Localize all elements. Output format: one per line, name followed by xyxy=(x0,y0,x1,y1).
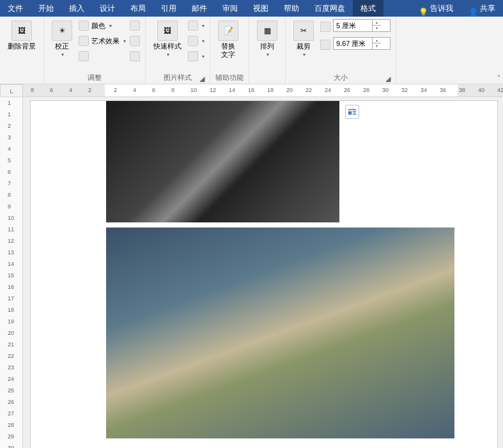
ruler-tick: 24 xyxy=(325,87,331,93)
color-button[interactable]: 颜色 xyxy=(79,19,126,32)
ruler-tick: 6 xyxy=(8,169,11,175)
ruler-corner: L xyxy=(0,84,23,97)
ruler-tick: 25 xyxy=(8,387,14,394)
tab-format[interactable]: 格式 xyxy=(353,0,383,17)
ruler-tick: 3 xyxy=(8,134,11,141)
picture-border-icon xyxy=(188,20,198,31)
ruler-tick: 26 xyxy=(344,87,350,93)
layout-options-icon xyxy=(348,107,357,116)
tab-baidu[interactable]: 百度网盘 xyxy=(307,0,353,17)
ruler-tick: 20 xyxy=(286,87,293,93)
tell-me[interactable]: 💡告诉我 xyxy=(411,0,461,17)
arrange-button[interactable]: ▦ 排列 xyxy=(254,19,280,59)
collapse-ribbon[interactable]: ˄ xyxy=(497,74,500,81)
corrections-button[interactable]: ☀ 校正 xyxy=(49,19,75,59)
transparency-button[interactable] xyxy=(79,50,126,63)
tab-design[interactable]: 设计 xyxy=(92,0,123,17)
ruler-tick: 14 xyxy=(229,87,235,93)
menu-bar: 文件 开始 插入 设计 布局 引用 邮件 审阅 视图 帮助 百度网盘 格式 💡告… xyxy=(0,0,503,17)
ruler-tick: 8 xyxy=(8,192,11,198)
tab-insert[interactable]: 插入 xyxy=(61,0,92,17)
group-arrange: ▦ 排列 xyxy=(249,17,286,84)
ruler-tick: 13 xyxy=(8,249,14,256)
horizontal-ruler[interactable]: 8642246810121416182022242628303234363840… xyxy=(23,84,503,97)
ruler-tick: 21 xyxy=(8,341,14,348)
crop-button[interactable]: ✂ 裁剪 xyxy=(291,19,316,59)
compress-button[interactable] xyxy=(130,19,140,32)
ruler-tick: 10 xyxy=(190,87,197,93)
reset-picture-icon xyxy=(130,51,140,61)
ruler-tick: 9 xyxy=(8,203,11,210)
width-up[interactable]: ▴ xyxy=(373,38,381,43)
width-input[interactable] xyxy=(334,40,372,47)
quick-styles-button[interactable]: 🖼 快速样式 xyxy=(151,19,184,59)
arrange-icon: ▦ xyxy=(257,20,277,41)
reset-picture-button[interactable] xyxy=(130,50,140,63)
svg-rect-1 xyxy=(348,111,352,114)
compress-icon xyxy=(130,20,140,31)
remove-bg-label: 删除背景 xyxy=(8,42,36,50)
ribbon: 🖼 删除背景 ☀ 校正 颜色 艺术效果 调整 xyxy=(0,17,503,84)
ruler-tick: 10 xyxy=(8,215,14,221)
ruler-tick: 28 xyxy=(363,87,369,93)
tab-home[interactable]: 开始 xyxy=(31,0,61,17)
ruler-tick: 2 xyxy=(88,87,91,93)
group-size-label: 大小◢ xyxy=(291,72,391,82)
color-label: 颜色 xyxy=(91,21,105,31)
remove-bg-icon: 🖼 xyxy=(12,20,32,41)
ruler-tick: 26 xyxy=(8,399,14,405)
lightbulb-icon: 💡 xyxy=(419,4,428,13)
vertical-ruler[interactable]: 1123456789101112131415161718192021222324… xyxy=(0,97,23,448)
remove-background-button[interactable]: 🖼 删除背景 xyxy=(5,19,38,52)
width-down[interactable]: ▾ xyxy=(373,43,381,49)
tab-review[interactable]: 审阅 xyxy=(215,0,245,17)
tab-references[interactable]: 引用 xyxy=(153,0,184,17)
artistic-label: 艺术效果 xyxy=(91,36,120,46)
height-input[interactable] xyxy=(334,22,372,29)
ruler-tick: 19 xyxy=(8,318,14,325)
tab-file[interactable]: 文件 xyxy=(0,0,31,17)
tab-layout[interactable]: 布局 xyxy=(123,0,153,17)
ruler-tick: 2 xyxy=(114,87,117,93)
group-label-empty xyxy=(5,73,38,82)
page xyxy=(31,101,497,448)
height-down[interactable]: ▾ xyxy=(373,26,381,31)
ruler-tick: 4 xyxy=(133,87,136,93)
artistic-effects-button[interactable]: 艺术效果 xyxy=(79,35,126,47)
picture-effects-button[interactable] xyxy=(188,35,205,47)
tell-me-label: 告诉我 xyxy=(430,0,453,17)
change-picture-button[interactable] xyxy=(130,35,140,47)
image-1[interactable] xyxy=(106,101,339,222)
ruler-tick: 29 xyxy=(8,433,14,440)
svg-rect-3 xyxy=(353,114,356,115)
picture-layout-button[interactable] xyxy=(188,50,205,63)
size-launcher[interactable]: ◢ xyxy=(384,75,392,82)
picture-styles-launcher[interactable]: ◢ xyxy=(198,75,206,82)
quick-styles-label: 快速样式 xyxy=(153,42,182,50)
tab-view[interactable]: 视图 xyxy=(245,0,276,17)
share-button[interactable]: 👤共享 xyxy=(461,0,503,17)
width-spinner[interactable]: ▴▾ xyxy=(333,37,391,50)
svg-rect-2 xyxy=(353,111,356,112)
picture-border-button[interactable] xyxy=(188,19,205,32)
crop-icon: ✂ xyxy=(293,20,314,41)
image-2[interactable] xyxy=(106,228,454,438)
arrange-label: 排列 xyxy=(260,42,274,50)
picture-layout-icon xyxy=(188,51,198,61)
ruler-tick: 1 xyxy=(8,100,11,106)
corrections-label: 校正 xyxy=(55,42,69,50)
alt-text-button[interactable]: 📝 替换 文字 xyxy=(215,19,241,60)
page-viewport[interactable] xyxy=(23,97,503,448)
height-spinner[interactable]: ▴▾ xyxy=(333,19,391,32)
ruler-area: L 86422468101214161820222426283032343638… xyxy=(0,84,503,97)
layout-options-handle[interactable] xyxy=(345,105,359,119)
ruler-tick: 14 xyxy=(8,261,14,267)
ruler-tick: 4 xyxy=(69,87,72,93)
tab-help[interactable]: 帮助 xyxy=(276,0,307,17)
ruler-tick: 18 xyxy=(8,307,14,313)
ruler-tick: 11 xyxy=(8,226,14,233)
ruler-tick: 2 xyxy=(8,123,11,129)
group-accessibility: 📝 替换 文字 辅助功能 xyxy=(210,17,249,84)
height-up[interactable]: ▴ xyxy=(373,20,381,26)
tab-mailings[interactable]: 邮件 xyxy=(184,0,215,17)
